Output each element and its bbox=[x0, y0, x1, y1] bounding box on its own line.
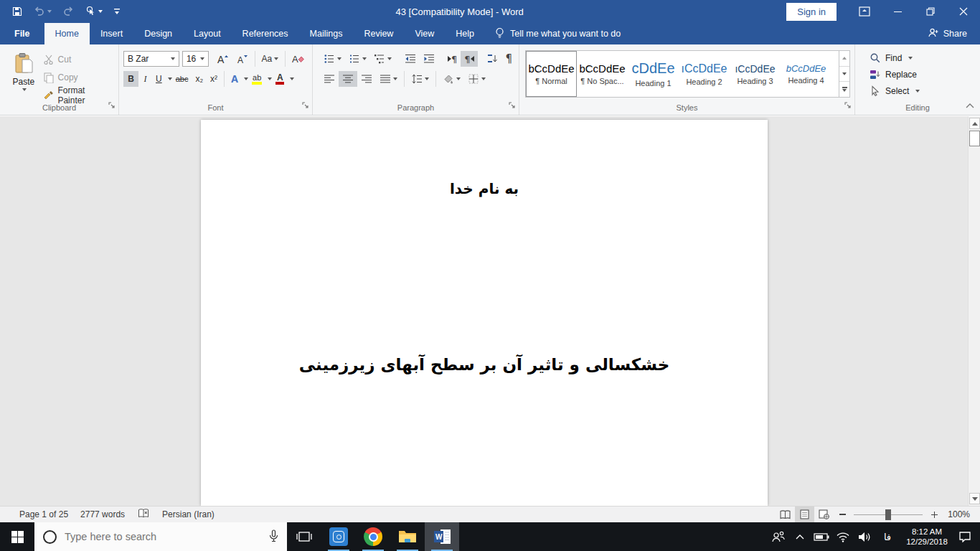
taskbar-app-word[interactable]: W bbox=[425, 522, 459, 551]
shading-button[interactable] bbox=[439, 71, 464, 87]
print-layout-button[interactable] bbox=[795, 507, 814, 522]
bullets-button[interactable] bbox=[320, 51, 345, 67]
tab-file[interactable]: File bbox=[0, 23, 44, 44]
scroll-up-button[interactable] bbox=[969, 118, 980, 129]
bold-button[interactable]: B bbox=[123, 71, 138, 87]
strikethrough-button[interactable]: abc bbox=[172, 71, 192, 87]
find-button[interactable]: Find bbox=[870, 50, 976, 65]
collapse-ribbon-button[interactable] bbox=[966, 100, 974, 110]
tab-design[interactable]: Design bbox=[133, 23, 183, 44]
paragraph-dialog-launcher[interactable] bbox=[509, 101, 516, 111]
numbering-button[interactable] bbox=[345, 51, 370, 67]
highlight-color-button[interactable]: ab bbox=[248, 71, 265, 87]
taskbar-app-chrome[interactable] bbox=[356, 522, 390, 551]
people-icon[interactable] bbox=[769, 522, 788, 551]
speaker-icon[interactable] bbox=[855, 522, 874, 551]
zoom-slider-thumb[interactable] bbox=[885, 509, 891, 520]
web-layout-button[interactable] bbox=[814, 507, 834, 522]
page-indicator[interactable]: Page 1 of 25 bbox=[19, 509, 68, 519]
text-effects-button[interactable]: A bbox=[227, 71, 242, 87]
clipboard-dialog-launcher[interactable] bbox=[108, 101, 116, 111]
show-hide-pilcrow-button[interactable]: ¶ bbox=[502, 51, 517, 67]
rtl-direction-button[interactable]: ¶ bbox=[461, 51, 477, 67]
style-heading2[interactable]: ıCcDdEe Heading 2 bbox=[679, 51, 730, 97]
zoom-slider[interactable] bbox=[854, 514, 923, 515]
start-button[interactable] bbox=[0, 522, 34, 551]
language-indicator[interactable]: Persian (Iran) bbox=[162, 509, 215, 519]
paste-button[interactable]: Paste bbox=[9, 51, 39, 103]
sign-in-button[interactable]: Sign in bbox=[786, 3, 837, 21]
tab-view[interactable]: View bbox=[404, 23, 445, 44]
sort-button[interactable] bbox=[484, 51, 502, 67]
document-line-1[interactable]: به نام خدا bbox=[201, 180, 768, 197]
document-page[interactable]: به نام خدا خشکسالی و تاثیر آن بر سطح آبه… bbox=[201, 120, 768, 506]
tab-help[interactable]: Help bbox=[445, 23, 485, 44]
tab-insert[interactable]: Insert bbox=[90, 23, 133, 44]
format-painter-button[interactable]: Format Painter bbox=[43, 88, 114, 103]
clock[interactable]: 8:12 AM 12/29/2018 bbox=[901, 527, 953, 547]
word-count[interactable]: 2777 words bbox=[80, 509, 125, 519]
microphone-icon[interactable] bbox=[269, 529, 278, 545]
styles-scroll-down[interactable] bbox=[839, 67, 849, 83]
grow-font-button[interactable]: A bbox=[213, 51, 233, 67]
taskbar-app-instagram[interactable] bbox=[321, 522, 356, 551]
replace-button[interactable]: Replace bbox=[870, 67, 976, 82]
superscript-button[interactable]: x² bbox=[207, 71, 221, 87]
style-no-spacing[interactable]: bCcDdEe ¶ No Spac... bbox=[577, 51, 628, 97]
align-left-button[interactable] bbox=[320, 71, 339, 87]
shrink-font-button[interactable]: A bbox=[233, 51, 252, 67]
font-family-combo[interactable]: B Zar bbox=[123, 51, 179, 67]
tab-review[interactable]: Review bbox=[353, 23, 404, 44]
change-case-button[interactable]: Aa bbox=[258, 51, 282, 67]
select-button[interactable]: Select bbox=[870, 83, 976, 98]
scrollbar-thumb[interactable] bbox=[969, 131, 980, 146]
font-dialog-launcher[interactable] bbox=[302, 101, 309, 111]
restore-button[interactable] bbox=[914, 0, 947, 23]
font-color-caret[interactable] bbox=[290, 77, 294, 80]
subscript-button[interactable]: x₂ bbox=[192, 71, 207, 87]
borders-button[interactable] bbox=[464, 71, 489, 87]
decrease-indent-button[interactable] bbox=[401, 51, 420, 67]
ribbon-display-icon[interactable] bbox=[848, 0, 881, 23]
clear-formatting-button[interactable]: A bbox=[288, 51, 308, 67]
justify-button[interactable] bbox=[376, 71, 401, 87]
task-view-button[interactable] bbox=[287, 522, 321, 551]
minimize-button[interactable] bbox=[881, 0, 914, 23]
font-color-button[interactable]: A bbox=[272, 71, 288, 87]
italic-button[interactable]: I bbox=[138, 71, 152, 87]
tab-layout[interactable]: Layout bbox=[183, 23, 232, 44]
read-mode-button[interactable] bbox=[776, 507, 795, 522]
share-button[interactable]: Share bbox=[928, 23, 980, 44]
close-button[interactable] bbox=[947, 0, 980, 23]
proofing-icon[interactable] bbox=[137, 508, 150, 521]
styles-dialog-launcher[interactable] bbox=[844, 101, 852, 111]
style-normal[interactable]: bCcDdEe ¶ Normal bbox=[526, 51, 577, 97]
scroll-down-button[interactable] bbox=[969, 493, 980, 504]
zoom-out-button[interactable] bbox=[834, 507, 851, 522]
search-input[interactable] bbox=[65, 531, 261, 542]
save-icon[interactable] bbox=[11, 6, 23, 17]
multilevel-list-button[interactable] bbox=[370, 51, 395, 67]
align-center-button[interactable] bbox=[339, 71, 357, 87]
styles-scroll-up[interactable] bbox=[839, 51, 849, 67]
zoom-in-button[interactable] bbox=[925, 507, 943, 522]
wifi-icon[interactable] bbox=[834, 522, 852, 551]
tell-me-box[interactable]: Tell me what you want to do bbox=[485, 23, 631, 44]
customize-qat-icon[interactable] bbox=[113, 8, 121, 15]
touch-mode-icon[interactable] bbox=[85, 6, 103, 17]
ltr-direction-button[interactable]: ¶ bbox=[444, 51, 461, 67]
vertical-scrollbar[interactable] bbox=[968, 116, 980, 506]
font-size-combo[interactable]: 16 bbox=[182, 51, 209, 67]
tab-home[interactable]: Home bbox=[44, 23, 90, 44]
document-line-2[interactable]: خشکسالی و تاثیر آن بر سطح آبهای زیرزمینی bbox=[201, 355, 768, 374]
style-heading1[interactable]: cDdEe Heading 1 bbox=[628, 51, 679, 97]
style-heading4[interactable]: bCcDdEe Heading 4 bbox=[781, 51, 831, 97]
zoom-level[interactable]: 100% bbox=[943, 509, 980, 519]
tab-mailings[interactable]: Mailings bbox=[299, 23, 354, 44]
style-heading3[interactable]: ıCcDdEe Heading 3 bbox=[730, 51, 781, 97]
line-spacing-button[interactable] bbox=[407, 71, 433, 87]
battery-icon[interactable] bbox=[812, 522, 831, 551]
increase-indent-button[interactable] bbox=[420, 51, 438, 67]
action-center-icon[interactable] bbox=[956, 522, 974, 551]
taskbar-app-explorer[interactable] bbox=[390, 522, 425, 551]
